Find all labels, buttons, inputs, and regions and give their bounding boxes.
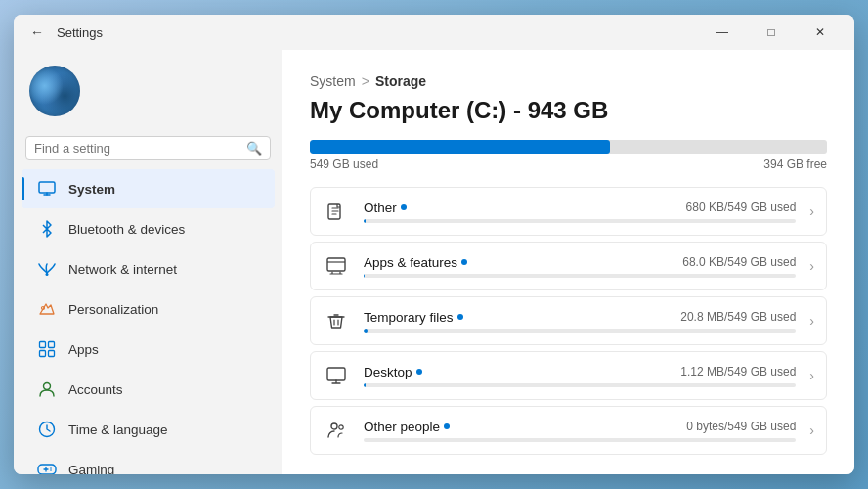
minimize-button[interactable]: — (700, 17, 745, 48)
svg-point-11 (50, 469, 52, 471)
svg-rect-4 (49, 342, 55, 348)
sidebar-item-network[interactable]: Network & internet (22, 249, 275, 289)
storage-item-other-people[interactable]: Other people 0 bytes/549 GB used › (310, 406, 827, 455)
storage-free-label: 394 GB free (763, 157, 827, 171)
storage-item-other[interactable]: Other 680 KB/549 GB used › (310, 187, 827, 236)
storage-item-apps-features[interactable]: Apps & features 68.0 KB/549 GB used › (310, 242, 827, 290)
other-people-size: 0 bytes/549 GB used (686, 420, 796, 433)
close-button[interactable]: ✕ (798, 17, 843, 48)
item-indicator (457, 314, 463, 320)
chevron-right-icon: › (809, 368, 814, 383)
breadcrumb: System > Storage (310, 73, 827, 89)
temp-size: 20.8 MB/549 GB used (680, 310, 796, 324)
desktop-icon (323, 362, 350, 389)
sidebar-item-label: Apps (68, 342, 99, 357)
content-area: System > Storage My Computer (C:) - 943 … (282, 50, 854, 474)
sidebar: 🔍 System (14, 50, 282, 474)
storage-bar (310, 140, 827, 154)
search-icon: 🔍 (246, 141, 262, 156)
temp-icon (323, 307, 350, 334)
sidebar-item-accounts[interactable]: Accounts (22, 370, 275, 409)
chevron-right-icon: › (809, 258, 814, 274)
temp-content: Temporary files 20.8 MB/549 GB used (364, 310, 796, 333)
sidebar-item-time[interactable]: Time & language (22, 410, 275, 449)
apps-features-size: 68.0 KB/549 GB used (682, 255, 796, 269)
avatar (29, 66, 80, 116)
other-bar (364, 219, 796, 223)
sidebar-item-label: Network & internet (68, 262, 177, 277)
sidebar-item-label: System (68, 182, 115, 197)
apps-features-name: Apps & features (364, 255, 467, 270)
svg-point-17 (339, 425, 343, 429)
storage-items-list: Other 680 KB/549 GB used › (310, 187, 827, 455)
desktop-name: Desktop (364, 365, 422, 379)
accounts-icon (37, 379, 57, 399)
svg-rect-15 (327, 368, 345, 380)
item-indicator (401, 204, 407, 210)
apps-icon (37, 339, 57, 359)
svg-point-1 (46, 273, 49, 276)
storage-labels: 549 GB used 394 GB free (310, 157, 827, 171)
breadcrumb-current: Storage (375, 73, 426, 89)
time-icon (37, 420, 57, 439)
bluetooth-icon (37, 219, 57, 239)
chevron-right-icon: › (809, 313, 814, 329)
maximize-button[interactable]: □ (749, 17, 794, 48)
main-layout: 🔍 System (14, 50, 854, 474)
window-controls: — □ ✕ (700, 17, 843, 48)
page-title: My Computer (C:) - 943 GB (310, 97, 827, 124)
other-content: Other 680 KB/549 GB used (364, 200, 796, 223)
sidebar-item-apps[interactable]: Apps (22, 330, 275, 369)
storage-item-temp[interactable]: Temporary files 20.8 MB/549 GB used › (310, 296, 827, 345)
other-people-name: Other people (364, 420, 450, 434)
item-indicator (461, 259, 467, 265)
storage-bar-fill (310, 140, 610, 154)
sidebar-item-system[interactable]: System (22, 169, 275, 208)
sidebar-item-label: Personalization (68, 302, 158, 317)
breadcrumb-arrow: > (362, 73, 369, 89)
search-input[interactable] (34, 141, 239, 156)
storage-bar-container (310, 140, 827, 154)
chevron-right-icon: › (809, 422, 814, 438)
sidebar-item-label: Time & language (68, 422, 168, 437)
sidebar-item-gaming[interactable]: Gaming (22, 450, 275, 474)
sidebar-item-bluetooth[interactable]: Bluetooth & devices (22, 209, 275, 248)
window-title: Settings (57, 25, 103, 40)
desktop-bar (364, 383, 796, 387)
svg-rect-5 (40, 351, 46, 357)
system-icon (37, 179, 57, 199)
gaming-icon (37, 460, 57, 474)
user-profile (14, 58, 282, 132)
other-name: Other (364, 200, 407, 215)
svg-rect-6 (49, 351, 55, 357)
storage-item-desktop[interactable]: Desktop 1.12 MB/549 GB used › (310, 351, 827, 400)
back-button[interactable]: ← (25, 21, 49, 44)
storage-used-label: 549 GB used (310, 157, 378, 171)
network-icon (37, 259, 57, 279)
desktop-content: Desktop 1.12 MB/549 GB used (364, 365, 796, 387)
temp-name: Temporary files (364, 310, 463, 325)
apps-features-icon (323, 252, 350, 280)
sidebar-item-label: Bluetooth & devices (68, 222, 185, 237)
personalization-icon (37, 299, 57, 319)
titlebar: ← Settings — □ ✕ (14, 15, 854, 50)
svg-point-10 (50, 467, 52, 469)
breadcrumb-parent: System (310, 73, 356, 89)
settings-window: ← Settings — □ ✕ 🔍 (14, 15, 854, 474)
chevron-right-icon: › (809, 203, 814, 219)
sidebar-item-personalization[interactable]: Personalization (22, 289, 275, 329)
other-people-content: Other people 0 bytes/549 GB used (364, 420, 796, 442)
svg-point-16 (331, 423, 337, 429)
other-people-bar (364, 438, 796, 442)
sidebar-item-label: Accounts (68, 382, 123, 397)
sidebar-nav: System Bluetooth & devices (14, 168, 282, 474)
other-size: 680 KB/549 GB used (686, 200, 797, 214)
search-box[interactable]: 🔍 (25, 136, 271, 160)
svg-point-7 (44, 383, 51, 390)
temp-bar (364, 329, 796, 333)
sidebar-item-label: Gaming (68, 463, 114, 475)
desktop-size: 1.12 MB/549 GB used (680, 365, 796, 378)
other-icon (323, 198, 350, 225)
apps-features-content: Apps & features 68.0 KB/549 GB used (364, 255, 796, 278)
other-people-icon (323, 417, 350, 444)
